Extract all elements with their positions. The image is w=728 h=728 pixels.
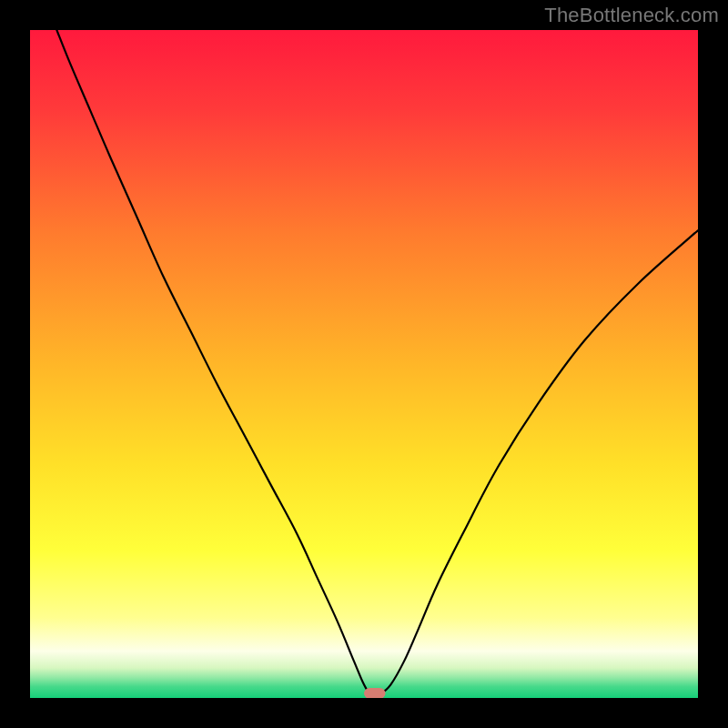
- gradient-background: [30, 30, 698, 698]
- chart-frame: TheBottleneck.com: [0, 0, 728, 728]
- optimal-marker: [364, 688, 385, 698]
- bottleneck-plot: [30, 30, 698, 698]
- watermark-text: TheBottleneck.com: [544, 4, 719, 27]
